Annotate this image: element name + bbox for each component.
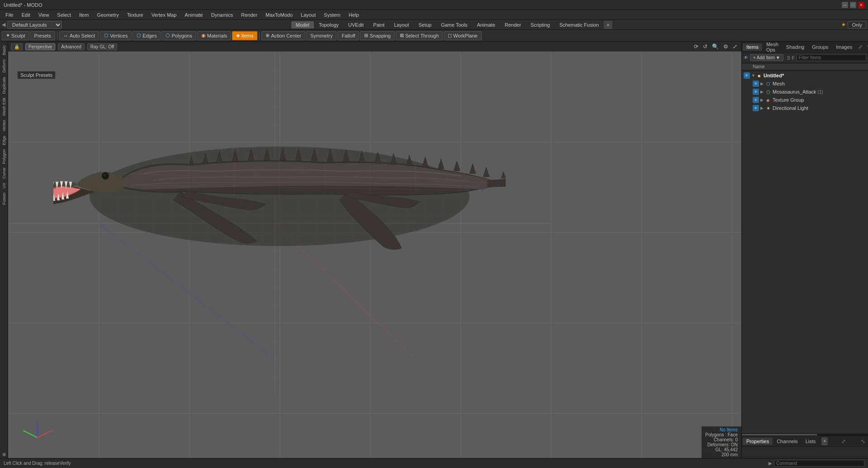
materials-button[interactable]: ◉ Materials [197, 31, 232, 40]
sculpt-button[interactable]: ✦ Sculpt [2, 31, 29, 40]
item-visibility-toggle[interactable]: 👁 [753, 97, 759, 103]
menu-help[interactable]: Help [345, 11, 363, 19]
menu-texture[interactable]: Texture [123, 11, 147, 19]
menu-animate[interactable]: Animate [181, 11, 206, 19]
menu-select[interactable]: Select [53, 11, 75, 19]
right-tab-groups[interactable]: Groups [808, 43, 832, 51]
right-tab-mesh-ops[interactable]: Mesh Ops [763, 41, 782, 53]
sidebar-item-uv[interactable]: UV [1, 181, 7, 190]
sidebar-item-polygon[interactable]: Polygon [1, 147, 7, 166]
viewport-settings-button[interactable]: ⚙ [722, 43, 730, 50]
viewport-home-button[interactable]: ⟳ [693, 43, 700, 50]
bottom-right-tab-properties[interactable]: Properties [743, 438, 773, 445]
menu-geometry[interactable]: Geometry [93, 11, 122, 19]
vertices-button[interactable]: ⬡ Vertices [100, 31, 132, 40]
list-item[interactable]: 👁 ▶ ☀ Directional Light [742, 104, 868, 112]
only-button[interactable]: Only [848, 21, 866, 28]
bottom-right-add-tab-button[interactable]: + [821, 437, 828, 445]
right-tab-items[interactable]: Items [743, 43, 762, 51]
viewport-perspective-button[interactable]: Perspective [25, 43, 55, 50]
right-panel-icon-2[interactable]: F [792, 55, 795, 61]
right-tab-shading[interactable]: Shading [783, 43, 808, 51]
auto-select-button[interactable]: ↔ Auto Select [59, 31, 99, 40]
snapping-button[interactable]: ⊞ Snapping [360, 31, 395, 40]
menu-system[interactable]: System [320, 11, 344, 19]
viewport-advanced-button[interactable]: Advanced [58, 43, 84, 50]
tab-topology[interactable]: Topology [314, 21, 343, 28]
falloff-button[interactable]: Falloff [337, 31, 359, 40]
sidebar-item-edge[interactable]: Edge [1, 134, 7, 147]
sidebar-item-vertex[interactable]: Vertex [1, 118, 7, 133]
tab-model[interactable]: Model [291, 21, 314, 28]
polygons-button[interactable]: ⬡ Polygons [161, 31, 196, 40]
item-visibility-toggle[interactable]: 👁 [744, 72, 750, 79]
menu-view[interactable]: View [35, 11, 53, 19]
item-visibility-toggle[interactable]: 👁 [753, 80, 759, 87]
layout-dropdown[interactable]: Default Layouts [7, 21, 62, 29]
sidebar-item-deform[interactable]: Deform [1, 57, 7, 75]
add-item-button[interactable]: + Add Item ▼ [750, 54, 783, 61]
right-panel-shrink-button[interactable]: ⤡ [865, 43, 868, 51]
presets-button[interactable]: Presets [30, 31, 55, 40]
tab-setup[interactable]: Setup [414, 21, 436, 28]
items-button[interactable]: ◈ Items [232, 31, 257, 40]
work-plane-button[interactable]: ◻ WorkPlane [444, 31, 482, 40]
select-through-button[interactable]: ⊠ Select Through [396, 31, 443, 40]
item-expand-arrow[interactable]: ▼ [751, 73, 756, 78]
menu-layout[interactable]: Layout [297, 11, 319, 19]
item-expand-arrow[interactable]: ▶ [760, 90, 765, 94]
viewport-lock-button[interactable]: 🔒 [11, 43, 23, 50]
tab-game-tools[interactable]: Game Tools [436, 21, 472, 28]
bottom-right-tab-lists[interactable]: Lists [802, 438, 820, 445]
tab-uvedit[interactable]: UVEdit [344, 21, 368, 28]
tab-schematic-fusion[interactable]: Schematic Fusion [555, 21, 603, 28]
menu-vertex-map[interactable]: Vertex Map [148, 11, 180, 19]
viewport-expand-button[interactable]: ⤢ [731, 43, 739, 50]
sidebar-item-fusion[interactable]: Fusion [1, 191, 7, 207]
menu-maxtomodo[interactable]: MaxToModo [262, 11, 296, 19]
tab-scripting[interactable]: Scripting [526, 21, 555, 28]
sidebar-item-basic[interactable]: Basic [1, 43, 7, 57]
menu-edit[interactable]: Edit [18, 11, 34, 19]
tab-paint[interactable]: Paint [369, 21, 389, 28]
sidebar-item-duplicate[interactable]: Duplicate [1, 75, 7, 96]
list-item[interactable]: 👁 ▶ ◈ Texture Group [742, 96, 868, 104]
menu-item[interactable]: Item [76, 11, 92, 19]
right-panel-icon-1[interactable]: S [787, 55, 790, 61]
menu-file[interactable]: File [2, 11, 17, 19]
menu-render[interactable]: Render [237, 11, 261, 19]
item-visibility-toggle[interactable]: 👁 [753, 105, 759, 111]
right-panel-expand-button[interactable]: ⤢ [856, 43, 864, 51]
tab-render[interactable]: Render [500, 21, 526, 28]
right-tab-images[interactable]: Images [832, 43, 856, 51]
item-expand-arrow[interactable]: ▶ [760, 81, 765, 86]
bottom-right-tab-channels[interactable]: Channels [773, 438, 801, 445]
viewport-zoom-button[interactable]: 🔍 [711, 43, 720, 50]
list-item[interactable]: 👁 ▶ ⬡ Mosasaurus_Attack (1) [742, 88, 868, 96]
sidebar-item-curve[interactable]: Curve [1, 166, 7, 180]
item-visibility-toggle[interactable]: 👁 [753, 89, 759, 95]
sidebar-item-bottom[interactable]: ⊞ [1, 451, 7, 458]
edges-button[interactable]: ⬡ Edges [133, 31, 161, 40]
viewport-refresh-button[interactable]: ↺ [702, 43, 709, 50]
tab-animate[interactable]: Animate [472, 21, 499, 28]
symmetry-button[interactable]: Symmetry [306, 31, 337, 40]
add-layout-tab-button[interactable]: + [604, 21, 612, 29]
bottom-right-expand-button[interactable]: ⤢ [840, 437, 848, 445]
viewport[interactable]: Sculpt Presets 🔒 Perspective Advanced Ra… [8, 42, 741, 458]
layout-arrow-left[interactable]: ◀ [2, 22, 5, 28]
list-item[interactable]: 👁 ▼ ■ Untitled* [742, 71, 868, 80]
maximize-button[interactable]: □ [850, 2, 856, 8]
command-input[interactable] [774, 460, 864, 467]
minimize-button[interactable]: ─ [842, 2, 848, 8]
item-expand-arrow[interactable]: ▶ [760, 98, 765, 102]
filter-items-input[interactable] [797, 54, 866, 61]
list-item[interactable]: 👁 ▶ ⬡ Mesh [742, 80, 868, 88]
close-button[interactable]: ✕ [858, 2, 864, 8]
menu-dynamics[interactable]: Dynamics [208, 11, 237, 19]
viewport-raygl-button[interactable]: Ray GL: Off [87, 43, 118, 50]
tab-layout[interactable]: Layout [389, 21, 413, 28]
sidebar-item-mesh-edit[interactable]: Mesh Edit [1, 96, 7, 118]
action-center-button[interactable]: ⊕ Action Center [261, 31, 305, 40]
item-expand-arrow[interactable]: ▶ [760, 106, 765, 110]
